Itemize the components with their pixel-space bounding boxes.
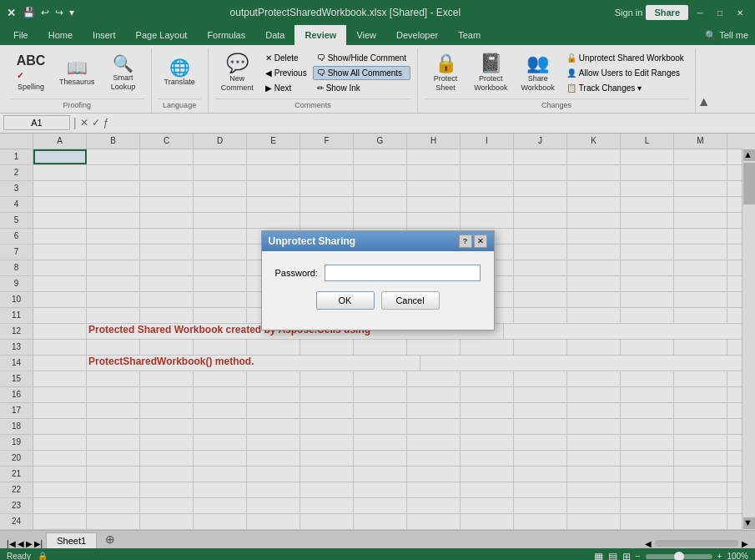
dialog-ok-btn[interactable]: OK [316, 291, 375, 310]
dialog-body: Password: OK Cancel [262, 251, 494, 330]
dialog-title-text: Unprotect Sharing [269, 235, 356, 247]
unprotect-sharing-dialog: Unprotect Sharing ? ✕ Password: OK Cance… [261, 230, 495, 330]
dialog-title-icons: ? ✕ [459, 235, 487, 248]
password-input[interactable] [325, 265, 481, 281]
dialog-overlay: Unprotect Sharing ? ✕ Password: OK Cance… [0, 0, 755, 560]
password-row: Password: [275, 265, 481, 281]
dialog-cancel-btn[interactable]: Cancel [381, 291, 440, 310]
dialog-close-btn[interactable]: ✕ [474, 235, 487, 248]
password-label: Password: [275, 268, 318, 278]
dialog-title-bar: Unprotect Sharing ? ✕ [262, 231, 494, 251]
dialog-help-btn[interactable]: ? [459, 235, 472, 248]
dialog-buttons: OK Cancel [275, 291, 481, 316]
